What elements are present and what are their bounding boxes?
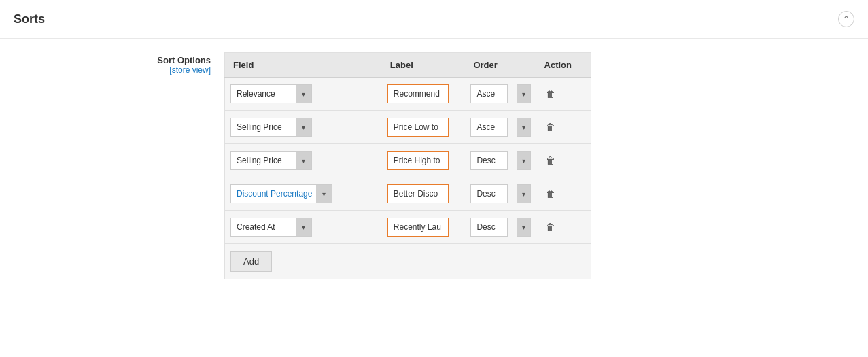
order-select-wrapper-0: Asce▾	[470, 84, 530, 103]
field-select-4[interactable]: Created At	[230, 218, 312, 237]
field-select-3[interactable]: Discount Percentage	[230, 184, 332, 203]
header-order: Order	[465, 53, 536, 78]
delete-button-0[interactable]: 🗑	[542, 86, 559, 102]
order-select-arrow-2: ▾	[517, 151, 531, 170]
trash-icon-4: 🗑	[546, 222, 555, 233]
order-cell-2: Desc▾	[465, 144, 536, 177]
field-select-0[interactable]: Relevance	[230, 84, 312, 103]
trash-icon-2: 🗑	[546, 155, 555, 166]
order-select-wrapper-4: Desc▾	[470, 218, 530, 237]
table-row: Selling Price▾Asce▾🗑	[225, 111, 591, 144]
order-select-wrapper-2: Desc▾	[470, 151, 530, 170]
field-select-wrapper-0: Relevance▾	[230, 84, 312, 103]
header-field: Field	[225, 53, 382, 78]
order-select-2[interactable]: Desc	[470, 151, 508, 170]
sort-options-sub-label: [store view]	[0, 65, 211, 75]
order-cell-1: Asce▾	[465, 111, 536, 144]
field-select-2[interactable]: Selling Price	[230, 151, 312, 170]
add-row: Add	[225, 244, 591, 279]
order-select-0[interactable]: Asce	[470, 84, 508, 103]
field-select-wrapper-4: Created At▾	[230, 218, 312, 237]
order-select-arrow-4: ▾	[517, 218, 531, 237]
action-cell-3: 🗑	[536, 177, 591, 211]
sort-options-main-label: Sort Options	[0, 55, 211, 65]
order-select-arrow-3: ▾	[517, 184, 531, 203]
collapse-button[interactable]: ⌃	[838, 11, 854, 27]
label-cell-0	[382, 78, 466, 111]
order-select-arrow-1: ▾	[517, 118, 531, 137]
trash-icon-1: 🗑	[546, 122, 555, 133]
label-cell-1	[382, 111, 466, 144]
delete-button-3[interactable]: 🗑	[542, 186, 559, 202]
label-cell-3	[382, 177, 466, 211]
content-area: Sort Options [store view] Field Label Or…	[0, 39, 868, 293]
action-cell-4: 🗑	[536, 211, 591, 244]
label-cell-2	[382, 144, 466, 177]
sort-table: Field Label Order Action Relevance▾Asce▾…	[224, 52, 591, 279]
label-cell-4	[382, 211, 466, 244]
header-label: Label	[382, 53, 466, 78]
label-input-2[interactable]	[387, 151, 449, 170]
label-input-4[interactable]	[387, 218, 449, 237]
label-input-0[interactable]	[387, 84, 449, 103]
trash-icon-3: 🗑	[546, 188, 555, 199]
field-cell-1: Selling Price▾	[225, 111, 382, 144]
delete-button-4[interactable]: 🗑	[542, 219, 559, 235]
order-cell-4: Desc▾	[465, 211, 536, 244]
field-select-wrapper-2: Selling Price▾	[230, 151, 312, 170]
table-header-row: Field Label Order Action	[225, 53, 591, 78]
action-cell-2: 🗑	[536, 144, 591, 177]
order-select-4[interactable]: Desc	[470, 218, 508, 237]
header-action: Action	[536, 53, 591, 78]
order-select-1[interactable]: Asce	[470, 118, 508, 137]
label-input-3[interactable]	[387, 184, 449, 203]
page-header: Sorts ⌃	[0, 0, 868, 39]
field-cell-4: Created At▾	[225, 211, 382, 244]
order-select-wrapper-3: Desc▾	[470, 184, 530, 203]
delete-button-2[interactable]: 🗑	[542, 152, 559, 169]
field-select-1[interactable]: Selling Price	[230, 118, 312, 137]
action-cell-1: 🗑	[536, 111, 591, 144]
table-row: Created At▾Desc▾🗑	[225, 211, 591, 244]
order-cell-0: Asce▾	[465, 78, 536, 111]
order-select-arrow-0: ▾	[517, 84, 531, 103]
field-select-wrapper-3: Discount Percentage▾	[230, 184, 332, 203]
order-cell-3: Desc▾	[465, 177, 536, 211]
table-row: Selling Price▾Desc▾🗑	[225, 144, 591, 177]
page-title: Sorts	[14, 12, 45, 27]
table-row: Discount Percentage▾Desc▾🗑	[225, 177, 591, 211]
table-row: Relevance▾Asce▾🗑	[225, 78, 591, 111]
order-select-wrapper-1: Asce▾	[470, 118, 530, 137]
action-cell-0: 🗑	[536, 78, 591, 111]
field-cell-0: Relevance▾	[225, 78, 382, 111]
sort-options-label: Sort Options [store view]	[0, 52, 224, 279]
field-cell-3: Discount Percentage▾	[225, 177, 382, 211]
delete-button-1[interactable]: 🗑	[542, 119, 559, 135]
field-select-wrapper-1: Selling Price▾	[230, 118, 312, 137]
add-button[interactable]: Add	[230, 251, 272, 272]
order-select-3[interactable]: Desc	[470, 184, 508, 203]
add-button-cell: Add	[225, 244, 591, 279]
label-input-1[interactable]	[387, 118, 449, 137]
field-cell-2: Selling Price▾	[225, 144, 382, 177]
trash-icon-0: 🗑	[546, 88, 555, 99]
sort-table-container: Field Label Order Action Relevance▾Asce▾…	[224, 52, 591, 279]
